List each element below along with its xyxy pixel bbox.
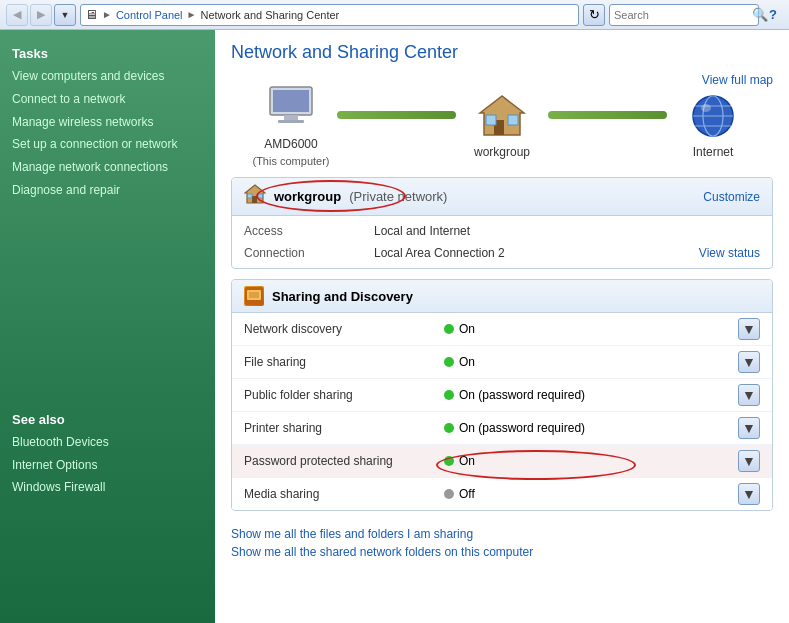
status-dot-4: [444, 456, 454, 466]
computer-sublabel: (This computer): [252, 155, 329, 167]
main-container: Tasks View computers and devices Connect…: [0, 30, 789, 623]
workgroup-label: workgroup: [474, 145, 530, 159]
sharing-row-2: Public folder sharing On (password requi…: [232, 379, 772, 412]
connection-label: Connection: [244, 246, 374, 260]
expand-btn-5[interactable]: ▼: [738, 483, 760, 505]
computer-label: AMD6000: [264, 137, 317, 151]
connection-value: Local Area Connection 2: [374, 246, 699, 260]
workgroup-icon: [474, 91, 530, 141]
status-dot-2: [444, 390, 454, 400]
sidebar-item-windows-firewall[interactable]: Windows Firewall: [0, 476, 215, 499]
computer-icon: [263, 83, 319, 133]
connection-row: Connection Local Area Connection 2 View …: [232, 242, 772, 264]
sharing-row-3: Printer sharing On (password required) ▼: [232, 412, 772, 445]
expand-btn-4[interactable]: ▼: [738, 450, 760, 472]
svg-point-13: [701, 104, 711, 112]
expand-btn-1[interactable]: ▼: [738, 351, 760, 373]
status-dot-1: [444, 357, 454, 367]
svg-rect-3: [278, 120, 304, 123]
svg-rect-6: [486, 115, 496, 125]
svg-rect-16: [248, 194, 253, 198]
sidebar-item-internet-options[interactable]: Internet Options: [0, 454, 215, 477]
net-node-internet: Internet: [673, 91, 753, 159]
bottom-link-1[interactable]: Show me all the files and folders I am s…: [231, 525, 773, 543]
bottom-link-2[interactable]: Show me all the shared network folders o…: [231, 543, 773, 561]
expand-btn-2[interactable]: ▼: [738, 384, 760, 406]
view-full-map-link[interactable]: View full map: [702, 73, 773, 87]
page-title: Network and Sharing Center: [231, 42, 773, 63]
sharing-label-3: Printer sharing: [244, 421, 444, 435]
network-name: workgroup: [274, 189, 341, 204]
search-bar[interactable]: 🔍: [609, 4, 759, 26]
view-status-link[interactable]: View status: [699, 246, 760, 260]
sharing-row-4: Password protected sharing On ▼: [232, 445, 772, 478]
sharing-status-5: Off: [444, 487, 738, 501]
customize-link[interactable]: Customize: [703, 190, 760, 204]
refresh-button[interactable]: ↻: [583, 4, 605, 26]
svg-rect-17: [258, 194, 263, 198]
sharing-row-1: File sharing On ▼: [232, 346, 772, 379]
sharing-label-4: Password protected sharing: [244, 454, 444, 468]
sharing-label-0: Network discovery: [244, 322, 444, 336]
internet-label: Internet: [693, 145, 734, 159]
breadcrumb-root[interactable]: Control Panel: [116, 9, 183, 21]
sidebar-item-setup-connection[interactable]: Set up a connection or network: [0, 133, 215, 156]
sharing-status-text-2: On (password required): [459, 388, 585, 402]
sidebar-item-manage-wireless[interactable]: Manage wireless networks: [0, 111, 215, 134]
network-diagram: View full map AMD6000 (This computer): [231, 73, 773, 177]
help-button[interactable]: ?: [763, 5, 783, 25]
sidebar-item-bluetooth[interactable]: Bluetooth Devices: [0, 431, 215, 454]
sharing-label-1: File sharing: [244, 355, 444, 369]
nav-buttons: ◀ ▶ ▼: [6, 4, 76, 26]
breadcrumb-current: Network and Sharing Center: [200, 9, 339, 21]
expand-btn-3[interactable]: ▼: [738, 417, 760, 439]
net-line-2: [548, 111, 667, 119]
network-info-box: workgroup (Private network) Customize Ac…: [231, 177, 773, 269]
network-info-header: workgroup (Private network) Customize: [232, 178, 772, 216]
sharing-row-0: Network discovery On ▼: [232, 313, 772, 346]
svg-rect-2: [284, 115, 298, 120]
sep2: ►: [187, 9, 197, 20]
internet-icon: [685, 91, 741, 141]
sharing-status-text-5: Off: [459, 487, 475, 501]
sharing-status-2: On (password required): [444, 388, 738, 402]
bottom-links: Show me all the files and folders I am s…: [231, 521, 773, 565]
sharing-header: Sharing and Discovery: [232, 280, 772, 313]
status-dot-3: [444, 423, 454, 433]
svg-rect-20: [249, 292, 259, 298]
sidebar-item-connect-network[interactable]: Connect to a network: [0, 88, 215, 111]
forward-button[interactable]: ▶: [30, 4, 52, 26]
sharing-status-text-1: On: [459, 355, 475, 369]
status-dot-5: [444, 489, 454, 499]
network-info-body: Access Local and Internet Connection Loc…: [232, 216, 772, 268]
net-node-computer: AMD6000 (This computer): [251, 83, 331, 167]
net-line-1: [337, 111, 456, 119]
sidebar: Tasks View computers and devices Connect…: [0, 30, 215, 623]
content-area: Network and Sharing Center View full map…: [215, 30, 789, 623]
sharing-section: Sharing and Discovery Network discovery …: [231, 279, 773, 511]
sharing-title: Sharing and Discovery: [272, 289, 413, 304]
tasks-title: Tasks: [0, 40, 215, 65]
sidebar-item-view-computers[interactable]: View computers and devices: [0, 65, 215, 88]
sharing-label-2: Public folder sharing: [244, 388, 444, 402]
svg-rect-15: [252, 196, 257, 203]
svg-rect-7: [508, 115, 518, 125]
home-icon: 🖥: [85, 7, 98, 22]
svg-rect-1: [273, 90, 309, 112]
status-dot-0: [444, 324, 454, 334]
breadcrumb-bar: 🖥 ► Control Panel ► Network and Sharing …: [80, 4, 579, 26]
search-input[interactable]: [614, 9, 752, 21]
see-also-title: See also: [0, 406, 215, 431]
dropdown-button[interactable]: ▼: [54, 4, 76, 26]
sharing-status-3: On (password required): [444, 421, 738, 435]
access-label: Access: [244, 224, 374, 238]
sharing-icon: [244, 286, 264, 306]
sidebar-item-diagnose[interactable]: Diagnose and repair: [0, 179, 215, 202]
sharing-status-4: On: [444, 454, 738, 468]
access-row: Access Local and Internet: [232, 220, 772, 242]
sharing-status-0: On: [444, 322, 738, 336]
access-value: Local and Internet: [374, 224, 760, 238]
sidebar-item-manage-connections[interactable]: Manage network connections: [0, 156, 215, 179]
expand-btn-0[interactable]: ▼: [738, 318, 760, 340]
back-button[interactable]: ◀: [6, 4, 28, 26]
